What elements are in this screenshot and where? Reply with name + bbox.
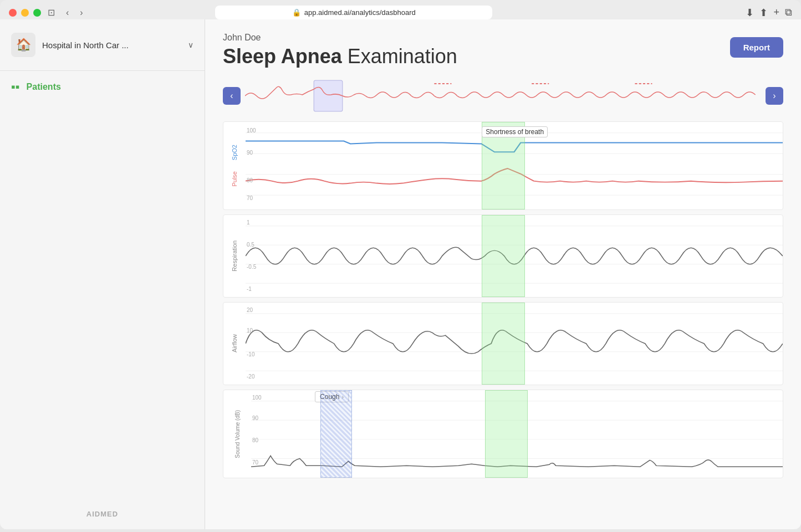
hospital-selector[interactable]: 🏠 Hospital in North Car ... ∨ (0, 19, 205, 71)
main-content: John Doe Sleep Apnea Examination Report … (205, 19, 801, 529)
spo2-label: SpO2 (225, 140, 244, 165)
url-text: app.aidmed.ai/analytics/dasbhoard (304, 8, 416, 17)
airflow-area: 20 10 -10 -20 (246, 303, 783, 385)
maximize-button[interactable] (33, 9, 41, 17)
tick-100: 100 (247, 127, 256, 134)
tick-80: 80 (247, 177, 253, 183)
overview-strip: ‹ › (223, 79, 783, 112)
report-button[interactable]: Report (730, 37, 783, 58)
sidebar-footer: AIDMED (0, 499, 205, 529)
respiration-chart: Respiration 1 0.5 -0.5 -1 (223, 214, 783, 298)
download-button[interactable]: ⬇ (746, 7, 754, 19)
pulse-label: Pulse (225, 167, 244, 191)
patients-icon: ▪▪ (11, 80, 20, 94)
sound-label: Sound Volume (dB) (227, 406, 247, 463)
title-bold: Sleep Apnea (223, 45, 342, 68)
highlight-resp (482, 215, 525, 297)
back-button[interactable]: ‹ (64, 7, 71, 19)
sidebar-item-patients[interactable]: ▪▪ Patients (0, 71, 205, 103)
hospital-name: Hospital in North Car ... (42, 40, 181, 50)
close-button[interactable] (9, 9, 17, 17)
tick-70: 70 (247, 195, 253, 201)
respiration-area: 1 0.5 -0.5 -1 (246, 215, 783, 297)
airflow-chart: Airflow 20 10 -10 -20 (223, 302, 783, 385)
overview-svg (245, 79, 761, 112)
minimize-button[interactable] (21, 9, 29, 17)
overview-chart (245, 79, 761, 112)
sidebar: 🏠 Hospital in North Car ... ∨ ▪▪ Patient… (0, 19, 205, 529)
patient-name: John Doe (223, 33, 457, 43)
shortness-annotation: ▼ Shortness of breath (482, 126, 491, 135)
sound-chart: Sound Volume (dB) 100 90 80 70 ▼ Cough › (223, 390, 783, 478)
respiration-label: Respiration (225, 236, 244, 276)
address-bar[interactable]: 🔒 app.aidmed.ai/analytics/dasbhoard (215, 6, 492, 19)
lock-icon: 🔒 (292, 8, 301, 17)
next-nav-button[interactable]: › (766, 87, 783, 105)
prev-nav-button[interactable]: ‹ (223, 87, 241, 105)
spo2-pulse-area: 100 90 80 70 ▼ Shortness of breath (246, 122, 783, 209)
share-button[interactable]: ⬆ (759, 7, 768, 19)
highlight-airflow (482, 303, 525, 385)
title-normal: Examination (342, 45, 457, 68)
highlight-sound (485, 390, 528, 478)
hospital-icon: 🏠 (11, 33, 35, 57)
annotation-marker: ▼ (482, 126, 489, 135)
svg-rect-0 (314, 80, 343, 111)
airflow-label: Airflow (225, 330, 244, 357)
patients-label: Patients (27, 82, 61, 92)
chevron-down-icon: ∨ (188, 40, 193, 49)
tick-90: 90 (247, 150, 253, 156)
page-header: John Doe Sleep Apnea Examination Report (223, 33, 783, 68)
sidebar-toggle-button[interactable]: ⊡ (48, 7, 55, 18)
spo2-pulse-chart: SpO2 Pulse 100 90 80 70 ▼ Short (223, 121, 783, 210)
tabs-button[interactable]: ⧉ (785, 7, 792, 18)
page-title: Sleep Apnea Examination (223, 45, 457, 68)
sound-area: 100 90 80 70 ▼ Cough › (251, 390, 783, 478)
forward-button[interactable]: › (78, 7, 85, 19)
cough-bar (320, 390, 353, 478)
new-tab-button[interactable]: + (773, 7, 779, 18)
